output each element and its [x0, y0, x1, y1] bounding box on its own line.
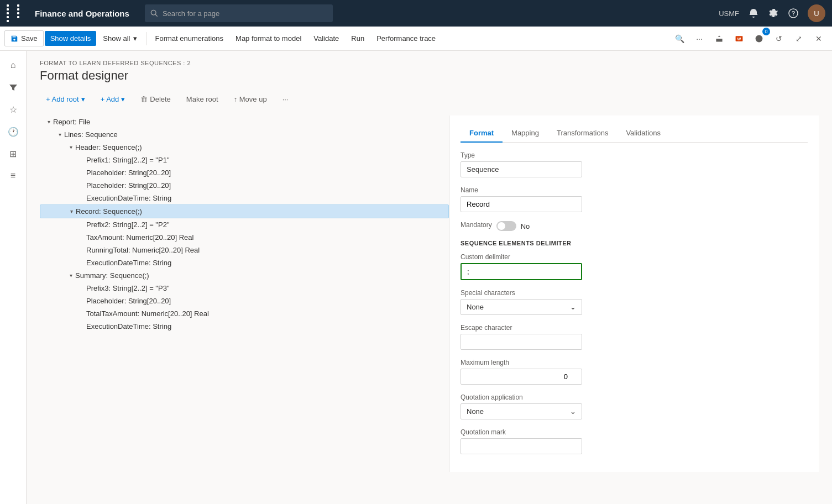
name-input[interactable]: [461, 196, 582, 212]
tree-toggle-icon: [77, 260, 86, 266]
mandatory-toggle[interactable]: [496, 221, 516, 231]
search-cmd-button[interactable]: 🔍: [671, 30, 688, 48]
sidebar-recent-icon[interactable]: 🕐: [3, 122, 23, 141]
search-icon: [150, 9, 158, 17]
type-label: Type: [461, 151, 808, 159]
tab-validations[interactable]: Validations: [617, 124, 669, 143]
refresh-button[interactable]: ↺: [770, 30, 788, 48]
type-field-group: Type Sequence: [461, 151, 808, 177]
office-icon[interactable]: W: [730, 30, 748, 48]
sidebar-menu-icon[interactable]: ≡: [3, 166, 23, 186]
sidebar-favorites-icon[interactable]: ☆: [3, 99, 23, 119]
sidebar-workspaces-icon[interactable]: ⊞: [3, 144, 23, 164]
search-bar[interactable]: [145, 4, 333, 22]
share-button[interactable]: [710, 30, 728, 48]
max-length-group: Maximum length: [461, 359, 808, 385]
tree-toggle-icon: [77, 311, 86, 317]
sidebar-filter-icon[interactable]: [3, 77, 23, 97]
move-up-button[interactable]: ↑ Move up: [228, 92, 273, 107]
tree-node[interactable]: TotalTaxAmount: Numeric[20..20] Real: [40, 307, 449, 320]
page-title: Format designer: [40, 69, 819, 83]
delete-button[interactable]: 🗑 Delete: [134, 92, 177, 107]
content-area: FORMAT TO LEARN DEFERRED SEQUENCES : 2 F…: [27, 51, 832, 504]
bell-icon[interactable]: [748, 8, 759, 19]
tree-node[interactable]: TaxAmount: Numeric[20..20] Real: [40, 231, 449, 244]
tree-node[interactable]: Prefix2: String[2..2] = "P2": [40, 218, 449, 231]
custom-delimiter-label: Custom delimiter: [461, 253, 808, 261]
special-chars-value: None: [467, 303, 484, 311]
panel-tabs: Format Mapping Transformations Validatio…: [461, 124, 808, 143]
tree-node[interactable]: RunningTotal: Numeric[20..20] Real: [40, 244, 449, 256]
special-chars-dropdown[interactable]: None ⌄: [461, 299, 582, 315]
chevron-down-icon: ▾: [121, 95, 125, 103]
save-icon: [11, 35, 18, 43]
tree-node[interactable]: ▾ Summary: Sequence(;): [40, 269, 449, 282]
tree-node[interactable]: ▾ Lines: Sequence: [40, 128, 449, 141]
search-input[interactable]: [163, 9, 327, 18]
more-toolbar-button[interactable]: ···: [276, 92, 295, 107]
svg-text:?: ?: [792, 10, 796, 17]
tree-node[interactable]: Placeholder: String[20..20]: [40, 166, 449, 179]
tree-node[interactable]: ExecutionDateTime: String: [40, 192, 449, 204]
run-button[interactable]: Run: [346, 31, 370, 46]
close-button[interactable]: ✕: [810, 30, 828, 48]
tree-label: Prefix1: String[2..2] = "P1": [86, 156, 449, 164]
tree-node[interactable]: ▾ Header: Sequence(;): [40, 141, 449, 154]
tree-label: Header: Sequence(;): [75, 143, 449, 151]
tree-toggle-icon: [77, 298, 86, 304]
tree-toggle-icon: [77, 247, 86, 253]
tree-toggle-icon: [77, 285, 86, 291]
tree-toggle-icon: [77, 170, 86, 176]
tree-toggle-icon: ▾: [67, 208, 76, 214]
special-chars-group: Special characters None ⌄: [461, 289, 808, 315]
tab-mapping[interactable]: Mapping: [503, 124, 548, 143]
help-icon[interactable]: ?: [788, 8, 799, 19]
tree-label: Placeholder: String[20..20]: [86, 181, 449, 190]
performance-trace-button[interactable]: Performance trace: [371, 31, 441, 46]
mandatory-row: Mandatory No: [461, 221, 808, 231]
map-format-button[interactable]: Map format to model: [230, 31, 307, 46]
sidebar-home-icon[interactable]: ⌂: [3, 55, 23, 75]
svg-point-6: [756, 35, 763, 42]
quotation-app-dropdown[interactable]: None ⌄: [461, 403, 582, 419]
tree-node[interactable]: Prefix3: String[2..2] = "P3": [40, 282, 449, 295]
validate-button[interactable]: Validate: [308, 31, 344, 46]
escape-char-input[interactable]: [461, 334, 582, 350]
add-button[interactable]: + Add ▾: [95, 92, 132, 107]
tab-format[interactable]: Format: [461, 124, 503, 143]
settings-icon[interactable]: [768, 8, 779, 19]
chevron-down-icon: ⌄: [570, 407, 576, 416]
tree-node[interactable]: Placeholder: String[20..20]: [40, 179, 449, 192]
tree-toggle-icon: ▾: [66, 144, 75, 150]
app-grid-icon[interactable]: [7, 4, 26, 22]
external-link-button[interactable]: ⤢: [790, 30, 808, 48]
add-root-button[interactable]: + Add root ▾: [40, 92, 91, 107]
more-options-button[interactable]: ···: [690, 30, 708, 48]
make-root-button[interactable]: Make root: [180, 92, 224, 107]
quotation-app-value: None: [467, 407, 484, 416]
format-enumerations-button[interactable]: Format enumerations: [150, 31, 229, 46]
command-bar: Save Show details Show all ▾ Format enum…: [0, 27, 832, 51]
tree-node[interactable]: ▾ Report: File: [40, 116, 449, 128]
save-button[interactable]: Save: [4, 30, 44, 46]
designer-body: ▾ Report: File ▾ Lines: Sequence ▾ Heade…: [40, 116, 819, 472]
quotation-mark-label: Quotation mark: [461, 428, 808, 436]
badge-wrap: 0: [750, 30, 768, 48]
avatar[interactable]: U: [808, 4, 825, 22]
top-navigation: Finance and Operations USMF ? U: [0, 0, 832, 27]
quotation-app-group: Quotation application None ⌄: [461, 393, 808, 419]
custom-delimiter-input[interactable]: [461, 263, 582, 280]
tree-node-selected[interactable]: ▾ Record: Sequence(;): [40, 204, 449, 218]
tree-node[interactable]: Prefix1: String[2..2] = "P1": [40, 154, 449, 166]
top-nav-right: USMF ? U: [719, 4, 825, 22]
tree-toggle-icon: ▾: [66, 272, 75, 279]
show-details-button[interactable]: Show details: [45, 31, 97, 46]
show-all-button[interactable]: Show all ▾: [97, 31, 142, 46]
tree-node[interactable]: ExecutionDateTime: String: [40, 256, 449, 269]
tab-transformations[interactable]: Transformations: [548, 124, 617, 143]
quotation-mark-input[interactable]: [461, 438, 582, 454]
tree-node[interactable]: Placeholder: String[20..20]: [40, 295, 449, 307]
tree-label: Placeholder: String[20..20]: [86, 297, 449, 305]
max-length-input[interactable]: [461, 369, 582, 385]
tree-node[interactable]: ExecutionDateTime: String: [40, 320, 449, 333]
